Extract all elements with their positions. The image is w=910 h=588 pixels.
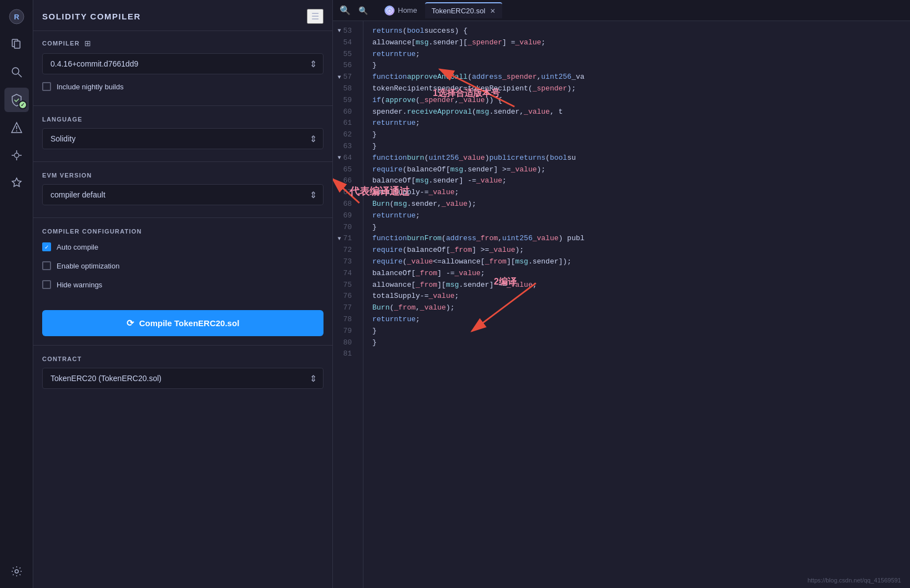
sidebar-menu-button[interactable]: ☰ [307,9,323,24]
evm-section: EVM VERSION compiler default ⇕ [33,164,332,215]
line-number: 77 [333,302,356,314]
svg-line-5 [18,74,22,77]
enable-optimization-label: Enable optimization [57,262,119,270]
sidebar-item-debug[interactable] [4,143,29,168]
tab-bar-controls: 🔍 🔍 [337,4,370,17]
code-line: return true; [372,210,901,222]
sidebar-item-verify[interactable] [4,171,29,195]
line-number: 74 [333,268,356,280]
code-line: } [372,129,901,141]
config-section-label: COMPILER CONFIGURATION [42,228,323,235]
line-number: ▼53 [333,26,356,37]
line-number: ▼57 [333,72,356,83]
watermark: https://blog.csdn.net/qq_41569591 [807,577,901,584]
code-line: require(_value <= allowance[_from][msg.s… [372,256,901,268]
code-line: Burn(_from, _value); [372,302,901,314]
line-number: ▼71 [333,233,356,245]
hide-warnings-checkbox[interactable] [42,280,51,289]
sidebar-item-deploy[interactable] [4,115,29,140]
svg-point-9 [14,153,19,158]
compiler-version-wrapper: 0.4.16+commit.d7661dd9 ⇕ [42,53,323,74]
code-line: tokenRecipient spender = tokenRecipient(… [372,83,901,95]
code-line: balanceOf[msg.sender] -= _value; [372,175,901,187]
home-tab-label: Home [398,6,417,14]
line-number: 63 [333,141,356,153]
line-number: 54 [333,37,356,49]
line-number: 80 [333,337,356,349]
code-line: function approveAndCall(address _spender… [372,72,901,83]
config-section: COMPILER CONFIGURATION Auto compile Enab… [33,220,332,301]
line-number: 75 [333,280,356,291]
language-wrapper: Solidity ⇕ [42,128,323,149]
line-number: 69 [333,210,356,222]
hide-warnings-label: Hide warnings [57,281,102,289]
sidebar-item-logo[interactable]: R [4,4,29,29]
code-line: function burnFrom(address _from, uint256… [372,233,901,245]
sidebar-item-search[interactable] [4,60,29,84]
line-numbers: ▼53545556▼57585960616263▼64656667686970▼… [333,21,363,588]
compile-button[interactable]: ⟳ Compile TokenERC20.sol [42,310,323,336]
auto-compile-label: Auto compile [57,243,98,251]
sidebar-item-settings[interactable] [4,559,29,584]
code-line: balanceOf[_from] -= _value; [372,268,901,280]
contract-wrapper: TokenERC20 (TokenERC20.sol) ⇕ [42,368,323,389]
tab-home[interactable]: Home [379,2,423,19]
file-tab-close[interactable]: ✕ [490,7,496,15]
compiler-section-label: COMPILER ⊞ [42,39,323,48]
code-line: if (approve(_spender, _value)) { [372,95,901,107]
code-line: } [372,141,901,153]
include-nightly-label: Include nightly builds [57,83,124,91]
zoom-out-button[interactable]: 🔍 [337,4,353,17]
tab-file[interactable]: TokenERC20.sol ✕ [425,2,502,18]
sidebar-item-compiler[interactable]: ✓ [4,88,29,112]
code-line: } [372,326,901,337]
editor-area: 🔍 🔍 Home TokenERC20.sol ✕ ▼53545556▼5758… [333,0,910,588]
tab-bar: 🔍 🔍 Home TokenERC20.sol ✕ [333,0,910,21]
divider-4 [33,345,332,346]
divider-1 [33,105,332,106]
line-number: 55 [333,49,356,60]
code-line: totalSupply -= _value; [372,291,901,302]
code-line: } [372,337,901,349]
line-number: 72 [333,245,356,256]
language-section: LANGUAGE Solidity ⇕ [33,108,332,159]
line-number: 58 [333,83,356,95]
auto-compile-checkbox[interactable] [42,242,51,251]
svg-point-15 [387,8,392,13]
include-nightly-checkbox[interactable] [42,82,51,91]
code-line: returns (bool success) { [372,26,901,37]
language-select[interactable]: Solidity [42,128,323,149]
code-line: } [372,60,901,72]
compiler-version-select[interactable]: 0.4.16+commit.d7661dd9 [42,53,323,74]
code-container: ▼53545556▼57585960616263▼64656667686970▼… [333,21,910,588]
line-number: 78 [333,314,356,326]
icon-bar: R ✓ [0,0,33,588]
line-number: 65 [333,164,356,176]
compile-button-label: Compile TokenERC20.sol [139,318,240,328]
code-line: } [372,222,901,234]
code-line: return true; [372,314,901,326]
line-number: 79 [333,326,356,337]
code-line: allowance[_from][msg.sender] -= _value; [372,280,901,291]
zoom-in-button[interactable]: 🔍 [356,5,370,16]
sidebar-item-files[interactable] [4,32,29,57]
enable-optimization-checkbox[interactable] [42,261,51,270]
contract-select[interactable]: TokenERC20 (TokenERC20.sol) [42,368,323,389]
code-line: return true; [372,49,901,60]
code-content[interactable]: returns (bool success) {allowance[msg.se… [363,21,910,588]
enable-optimization-row: Enable optimization [42,259,323,272]
code-line: allowance[msg.sender][_spender] = _value… [372,37,901,49]
contract-section-label: CONTRACT [42,356,323,362]
svg-text:R: R [14,13,19,21]
line-number: 70 [333,222,356,234]
line-number: 68 [333,199,356,210]
svg-rect-3 [14,41,20,48]
compiler-add-button[interactable]: ⊞ [84,39,91,48]
hide-warnings-row: Hide warnings [42,278,323,291]
home-icon [385,6,395,16]
compiler-sidebar: SOLIDITY COMPILER ☰ COMPILER ⊞ 0.4.16+co… [33,0,333,588]
code-line: require(balanceOf[msg.sender] >= _value)… [372,164,901,176]
line-number: 81 [333,348,356,360]
evm-version-select[interactable]: compiler default [42,184,323,205]
code-line: require(balanceOf[_from] >= _value); [372,245,901,256]
